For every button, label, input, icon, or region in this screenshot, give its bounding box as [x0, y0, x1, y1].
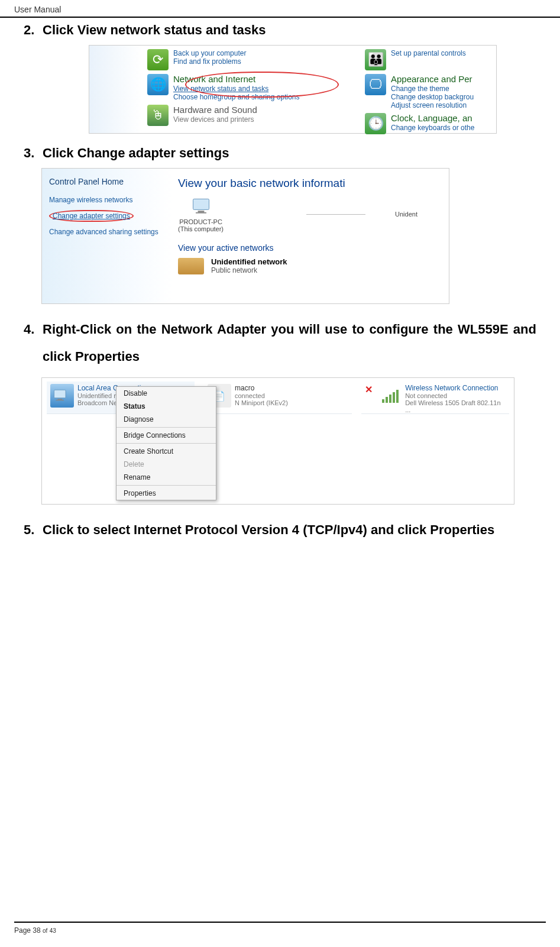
- fig2-sidebar: Control Panel Home Manage wireless netwo…: [42, 169, 172, 303]
- adapter-wireless[interactable]: ✕ Wireless Network Connection Not connec…: [361, 382, 509, 414]
- step-2-title: 2. Click View network status and tasks: [24, 22, 536, 38]
- appearance-s2[interactable]: Change desktop backgrou: [391, 93, 474, 101]
- fig1-right: 👪 Set up parental controls 🖵 Appearance …: [360, 46, 496, 133]
- lan-icon: [50, 384, 74, 408]
- appearance-block: Appearance and Per Change the theme Chan…: [391, 74, 474, 109]
- network-hed[interactable]: Network and Internet: [173, 74, 255, 84]
- unident-block: Unident: [395, 211, 417, 218]
- step-5-text: Click to select Internet Protocol Versio…: [43, 516, 536, 544]
- clock-hed[interactable]: Clock, Language, an: [391, 113, 472, 123]
- svg-rect-3: [54, 390, 66, 399]
- footer-page: Page 38: [14, 926, 41, 935]
- clock-s1[interactable]: Change keyboards or othe: [391, 124, 474, 132]
- appearance-s1[interactable]: Change the theme: [391, 85, 474, 93]
- fig2-info-row: PRODUCT-PC (This computer) Unident: [178, 196, 443, 232]
- appearance-s3[interactable]: Adjust screen resolution: [391, 101, 474, 109]
- fig3-col3: ✕ Wireless Network Connection Not connec…: [357, 378, 514, 504]
- menu-shortcut[interactable]: Create Shortcut: [116, 445, 216, 458]
- network-block: Network and Internet View network status…: [173, 74, 299, 101]
- step-3-text: Click Change adapter settings: [43, 146, 229, 161]
- fig2-active-head: View your active networks: [178, 243, 443, 253]
- svg-rect-4: [58, 399, 63, 400]
- fig2-bench: Unidentified network Public network: [178, 257, 443, 274]
- fig1-middle: ⟳ Back up your computer Find and fix pro…: [143, 46, 360, 133]
- hardware-icon: 🖰: [147, 105, 169, 126]
- fig1-backup: ⟳ Back up your computer Find and fix pro…: [147, 49, 355, 70]
- unident-label: Unident: [395, 211, 417, 218]
- macro-text: macro connected N Miniport (IKEv2): [235, 384, 288, 406]
- step-3: 3. Click Change adapter settings Control…: [24, 146, 536, 304]
- macro-t3: N Miniport (IKEv2): [235, 399, 288, 406]
- backup-l2[interactable]: Find and fix problems: [173, 57, 246, 66]
- step-4-num: 4.: [24, 322, 38, 337]
- parental-icon: 👪: [365, 49, 386, 70]
- menu-bridge[interactable]: Bridge Connections: [116, 429, 216, 442]
- hardware-s1[interactable]: View devices and printers: [173, 115, 257, 124]
- backup-icon: ⟳: [147, 49, 169, 70]
- fig1-appearance: 🖵 Appearance and Per Change the theme Ch…: [365, 74, 491, 109]
- page-header: User Manual: [0, 0, 560, 15]
- svg-rect-10: [396, 390, 399, 403]
- menu-disable[interactable]: Disable: [116, 387, 216, 400]
- figure-2: Control Panel Home Manage wireless netwo…: [41, 168, 449, 304]
- fig2-link-sharing[interactable]: Change advanced sharing settings: [49, 228, 165, 236]
- fig2-main-head: View your basic network informati: [178, 177, 443, 190]
- menu-diagnose[interactable]: Diagnose: [116, 413, 216, 426]
- fig2-link-adapter[interactable]: Change adapter settings: [49, 210, 134, 222]
- hardware-block: Hardware and Sound View devices and prin…: [173, 105, 257, 124]
- parental-block: Set up parental controls: [391, 49, 466, 57]
- pc-sub: (This computer): [178, 225, 224, 232]
- hardware-hed[interactable]: Hardware and Sound: [173, 105, 257, 115]
- menu-status[interactable]: Status: [116, 400, 216, 413]
- wireless-t2: Not connected: [405, 392, 506, 399]
- svg-rect-9: [393, 392, 395, 403]
- fig2-link-wireless[interactable]: Manage wireless networks: [49, 196, 165, 204]
- step-4-title: 4. Right-Click on the Network Adapter yo…: [24, 316, 536, 370]
- bench-title: Unidentified network: [211, 257, 287, 266]
- step-4-text: Right-Click on the Network Adapter you w…: [43, 316, 536, 370]
- svg-rect-6: [382, 399, 384, 403]
- x-icon: ✕: [365, 384, 373, 395]
- fig1-clock: 🕒 Clock, Language, an Change keyboards o…: [365, 113, 491, 134]
- monitor-icon: [190, 196, 212, 217]
- wireless-t1: Wireless Network Connection: [405, 384, 506, 392]
- menu-rename[interactable]: Rename: [116, 471, 216, 484]
- network-icon: 🌐: [147, 74, 169, 95]
- menu-sep1: [116, 427, 216, 428]
- pc-icon-block: PRODUCT-PC (This computer): [178, 196, 224, 232]
- clock-block: Clock, Language, an Change keyboards or …: [391, 113, 474, 132]
- footer-rule: [14, 922, 546, 923]
- menu-sep3: [116, 485, 216, 486]
- network-s2[interactable]: Choose homegroup and sharing options: [173, 93, 299, 101]
- step-5: 5. Click to select Internet Protocol Ver…: [24, 516, 536, 544]
- network-s1[interactable]: View network status and tasks: [173, 85, 299, 93]
- step-3-title: 3. Click Change adapter settings: [24, 146, 536, 161]
- adapter-macro[interactable]: 📄 macro connected N Miniport (IKEv2): [204, 382, 352, 414]
- footer-of: of: [43, 927, 47, 934]
- pc-name: PRODUCT-PC: [178, 218, 224, 225]
- svg-rect-7: [386, 397, 388, 403]
- fig1-hardware: 🖰 Hardware and Sound View devices and pr…: [147, 105, 355, 126]
- appearance-hed[interactable]: Appearance and Per: [391, 74, 472, 84]
- wireless-t3: Dell Wireless 1505 Draft 802.11n ...: [405, 399, 506, 413]
- figure-1: ⟳ Back up your computer Find and fix pro…: [89, 45, 497, 134]
- svg-rect-5: [56, 400, 64, 401]
- macro-t2: connected: [235, 392, 288, 399]
- menu-delete: Delete: [116, 458, 216, 471]
- backup-block: Back up your computer Find and fix probl…: [173, 49, 246, 66]
- step-2: 2. Click View network status and tasks ⟳…: [24, 22, 536, 134]
- wireless-text: Wireless Network Connection Not connecte…: [405, 384, 506, 413]
- appearance-icon: 🖵: [365, 74, 386, 95]
- step-5-title: 5. Click to select Internet Protocol Ver…: [24, 516, 536, 544]
- bench-sub: Public network: [211, 266, 287, 274]
- svg-rect-0: [193, 199, 209, 209]
- backup-l1[interactable]: Back up your computer: [173, 49, 246, 57]
- bench-text: Unidentified network Public network: [211, 257, 287, 274]
- step-2-num: 2.: [24, 22, 38, 38]
- parental-l1[interactable]: Set up parental controls: [391, 49, 466, 57]
- connection-line: [306, 214, 365, 215]
- fig3-col2: 📄 macro connected N Miniport (IKEv2): [199, 378, 357, 504]
- wifi-icon: [378, 384, 402, 408]
- menu-properties[interactable]: Properties: [116, 487, 216, 500]
- fig2-sb-title: Control Panel Home: [49, 177, 165, 186]
